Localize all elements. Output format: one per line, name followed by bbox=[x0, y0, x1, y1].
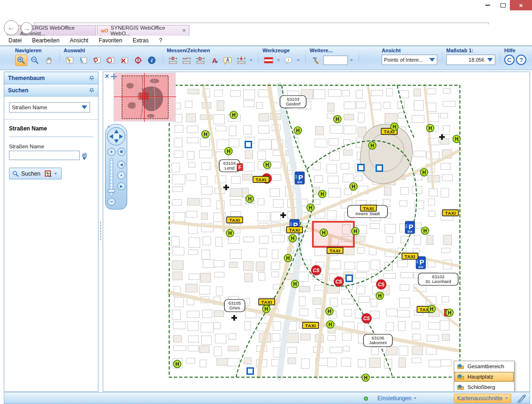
info-balloon-caret-icon[interactable] bbox=[297, 59, 300, 61]
poi-square-marker[interactable] bbox=[247, 368, 254, 374]
transit-stop-marker[interactable]: H bbox=[202, 130, 209, 138]
kartenausschnitte-button[interactable]: Kartenausschnitte bbox=[454, 394, 511, 403]
parking-marker[interactable]: PE/ABUS bbox=[295, 172, 304, 184]
transit-stop-marker[interactable]: H bbox=[291, 280, 299, 288]
poi-square-marker[interactable] bbox=[246, 142, 252, 148]
pan-south-icon[interactable] bbox=[114, 139, 119, 143]
measure-more-caret-icon[interactable] bbox=[250, 59, 253, 61]
transit-stop-marker[interactable]: H bbox=[284, 254, 292, 262]
pharmacy-cross-marker[interactable] bbox=[231, 315, 237, 321]
transit-stop-marker[interactable]: H bbox=[263, 161, 271, 169]
transit-stop-marker[interactable]: H bbox=[362, 374, 369, 381]
measure-line-button[interactable]: ++ bbox=[180, 55, 193, 66]
navwidget-collapse-icon[interactable]: ✕ bbox=[107, 125, 110, 129]
panel-header-themenbaum[interactable]: Themenbaum bbox=[4, 72, 98, 84]
zoom-to-result-icon[interactable] bbox=[45, 170, 52, 177]
ansicht-select[interactable]: Points of Intere... bbox=[382, 55, 437, 65]
menu-item-hauptplatz[interactable]: Hauptplatz bbox=[454, 372, 514, 382]
taxi-stand-marker[interactable]: TAXI bbox=[253, 177, 269, 183]
tab-weboffice-administration[interactable]: wO SYNERGIS WebOffice Administ... bbox=[7, 25, 96, 36]
transit-stop-marker[interactable]: H bbox=[426, 124, 434, 132]
help-button[interactable]: ? bbox=[516, 55, 526, 65]
poi-square-marker[interactable] bbox=[346, 275, 352, 282]
sort-ab-icon[interactable]: ab bbox=[82, 153, 87, 160]
full-extent-button[interactable]: ⊕ bbox=[117, 148, 125, 156]
zoom-slider-handle[interactable] bbox=[108, 189, 115, 193]
select-line-button[interactable] bbox=[77, 55, 90, 66]
draw-text-button[interactable]: A bbox=[208, 55, 220, 66]
window-minimize-button[interactable] bbox=[481, 0, 494, 10]
transit-stop-marker[interactable]: H bbox=[319, 190, 326, 198]
search-category-dropdown[interactable]: Straßen Name bbox=[9, 102, 90, 113]
menu-item-schlossberg[interactable]: Schloßberg bbox=[454, 382, 514, 392]
zoom-out-round-button[interactable]: − bbox=[107, 198, 115, 206]
map-viewport[interactable]: 63103Geidorf63104Lend63101Innere Stadt63… bbox=[103, 72, 530, 392]
pan-west-icon[interactable] bbox=[109, 134, 113, 139]
select-rectangle-button[interactable] bbox=[64, 55, 76, 66]
menu-help[interactable]: ? bbox=[159, 37, 162, 44]
transit-stop-marker[interactable]: H bbox=[420, 169, 428, 176]
measure-point-button[interactable]: ++ bbox=[167, 55, 179, 66]
draw-label-button[interactable]: A bbox=[221, 55, 234, 66]
einstellungen-button[interactable]: Einstellungen bbox=[377, 395, 417, 402]
flag-tool-caret-icon[interactable] bbox=[277, 59, 280, 61]
overview-map[interactable] bbox=[114, 73, 176, 121]
parking-marker[interactable]: PE/ABUS bbox=[405, 221, 415, 234]
taxi-stand-marker[interactable]: TAXI bbox=[402, 253, 418, 259]
transit-stop-marker[interactable]: H bbox=[352, 227, 359, 235]
weitere-caret-icon[interactable] bbox=[350, 59, 353, 61]
window-maximize-button[interactable] bbox=[496, 0, 510, 10]
street-name-input[interactable] bbox=[9, 151, 80, 160]
sidebar-splitter[interactable] bbox=[98, 72, 103, 392]
identify-info-button[interactable]: i bbox=[146, 55, 158, 66]
transit-stop-marker[interactable]: H bbox=[307, 204, 314, 211]
transit-stop-marker[interactable]: H bbox=[391, 123, 398, 130]
select-polygon-button[interactable] bbox=[91, 55, 103, 66]
zoom-out-button[interactable] bbox=[29, 55, 41, 66]
cs-bank-marker[interactable]: CS bbox=[334, 277, 344, 287]
suchen-options-caret-icon[interactable] bbox=[54, 173, 57, 175]
selected-extent-highlight[interactable] bbox=[313, 222, 354, 247]
taxi-stand-marker[interactable]: TAXI bbox=[442, 210, 458, 216]
transit-stop-marker[interactable]: H bbox=[428, 305, 435, 313]
measure-coordinate-button[interactable]: ++ bbox=[235, 55, 247, 66]
menu-bearbeiten[interactable]: Bearbeiten bbox=[32, 37, 59, 44]
taxi-stand-marker[interactable]: TAXI bbox=[360, 205, 376, 211]
transit-stop-marker[interactable]: H bbox=[289, 234, 296, 242]
buffer-selection-button[interactable] bbox=[132, 55, 144, 66]
redline-pen-icon[interactable] bbox=[516, 394, 526, 403]
measure-area-button[interactable]: ++ bbox=[194, 55, 206, 66]
context-help-button[interactable]: C bbox=[504, 55, 515, 65]
zoom-in-button[interactable] bbox=[15, 55, 27, 66]
browser-back-button[interactable]: ← bbox=[4, 20, 19, 35]
pin-icon[interactable] bbox=[89, 76, 94, 81]
overview-move-icon[interactable] bbox=[111, 73, 117, 80]
cs-bank-marker[interactable]: CS bbox=[376, 280, 386, 290]
transit-stop-marker[interactable]: H bbox=[421, 227, 429, 234]
cs-bank-marker[interactable]: CS bbox=[362, 314, 372, 323]
taxi-stand-marker[interactable]: TAXI bbox=[259, 299, 275, 305]
map-navigation-widget[interactable]: ✕ + ⊕ ◂ • ▸ − bbox=[105, 124, 127, 210]
transit-stop-marker[interactable]: H bbox=[225, 147, 232, 155]
transit-stop-marker[interactable]: H bbox=[453, 135, 460, 143]
transit-stop-marker[interactable]: H bbox=[350, 183, 357, 190]
tab-weboffice-client-active[interactable]: wO SYNERGIS WebOffice WebO... × bbox=[97, 25, 189, 36]
pan-north-icon[interactable] bbox=[114, 129, 119, 133]
taxi-stand-marker[interactable]: TAXI bbox=[303, 323, 319, 329]
transit-stop-marker[interactable]: H bbox=[226, 229, 234, 237]
window-close-button[interactable]: × bbox=[510, 0, 532, 10]
austria-flag-tool-button[interactable] bbox=[262, 55, 275, 66]
fire-station-marker[interactable]: F bbox=[237, 164, 243, 171]
previous-extent-button[interactable]: ◂ bbox=[117, 161, 125, 169]
center-button[interactable]: • bbox=[117, 171, 125, 179]
pan-east-icon[interactable] bbox=[119, 134, 123, 139]
overview-extent-rect[interactable] bbox=[140, 93, 148, 99]
transit-stop-marker[interactable]: H bbox=[326, 307, 333, 315]
browser-forward-button[interactable]: → bbox=[21, 22, 33, 34]
transit-stop-marker[interactable]: H bbox=[320, 229, 327, 236]
clear-selection-button[interactable] bbox=[118, 55, 131, 66]
menu-item-gesamtbereich[interactable]: Gesamtbereich bbox=[454, 361, 514, 372]
poi-square-marker[interactable] bbox=[376, 165, 383, 171]
suchen-button[interactable]: Suchen bbox=[9, 168, 62, 179]
transit-stop-marker[interactable]: H bbox=[173, 360, 181, 368]
